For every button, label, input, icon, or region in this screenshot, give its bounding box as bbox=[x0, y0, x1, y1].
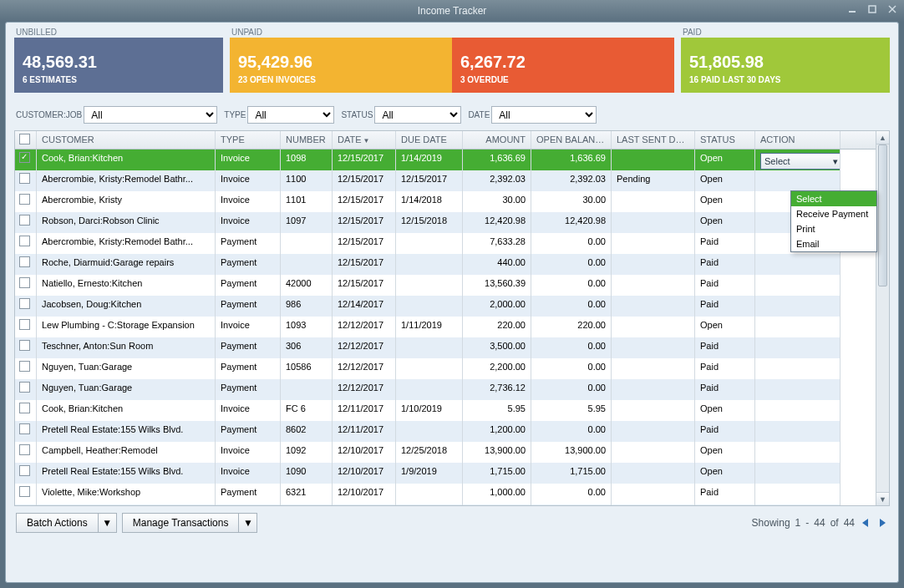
header-status[interactable]: STATUS bbox=[695, 131, 755, 149]
table-row[interactable]: Cook, Brian:KitchenInvoice109812/15/2017… bbox=[15, 150, 889, 170]
batch-actions-button[interactable]: Batch Actions bbox=[16, 513, 99, 533]
filter-date-select[interactable]: All bbox=[491, 106, 597, 124]
checkbox-icon[interactable] bbox=[19, 277, 30, 288]
table-row[interactable]: Robson, Darci:Robson ClinicInvoice109712… bbox=[15, 212, 889, 233]
cell-last-sent-date bbox=[612, 504, 695, 505]
row-checkbox[interactable] bbox=[15, 421, 37, 442]
filter-customer-select[interactable]: All bbox=[84, 106, 217, 124]
row-checkbox[interactable] bbox=[15, 504, 37, 505]
close-button[interactable] bbox=[884, 3, 901, 16]
header-date[interactable]: DATE▼ bbox=[333, 131, 396, 149]
row-checkbox[interactable] bbox=[15, 212, 37, 233]
table-row[interactable]: Natiello, Ernesto:KitchenPayment4200012/… bbox=[15, 275, 889, 296]
checkbox-icon[interactable] bbox=[19, 361, 30, 372]
row-checkbox[interactable] bbox=[15, 170, 37, 191]
summary-paid-card[interactable]: 51,805.98 16 PAID LAST 30 DAYS bbox=[681, 38, 890, 93]
row-checkbox[interactable] bbox=[15, 233, 37, 254]
header-last-sent-date[interactable]: LAST SENT DATE bbox=[612, 131, 695, 149]
row-checkbox[interactable] bbox=[15, 463, 37, 484]
header-action[interactable]: ACTION bbox=[755, 131, 841, 149]
scroll-up-icon[interactable]: ▲ bbox=[876, 131, 889, 144]
table-row[interactable]: Violette, Mike:WorkshopPayment632112/10/… bbox=[15, 484, 889, 504]
checkbox-icon[interactable] bbox=[19, 403, 30, 413]
action-menu-item-email[interactable]: Email bbox=[791, 236, 876, 251]
checkbox-icon[interactable] bbox=[19, 382, 30, 393]
table-row[interactable]: Campbell, Heather:RemodelInvoice109212/1… bbox=[15, 442, 889, 463]
header-due-date[interactable]: DUE DATE bbox=[396, 131, 463, 149]
row-checkbox[interactable] bbox=[15, 275, 37, 296]
summary-unpaid-card[interactable]: 95,429.96 23 OPEN INVOICES bbox=[230, 38, 452, 93]
table-row[interactable]: Abercrombie, KristyInvoice110112/15/2017… bbox=[15, 191, 889, 212]
checkbox-icon[interactable] bbox=[19, 215, 30, 226]
table-row[interactable]: Lew Plumbing - C:Storage ExpansionInvoic… bbox=[15, 317, 889, 337]
table-row[interactable]: Roche, Diarmuid:Garage repairsPayment12/… bbox=[15, 254, 889, 275]
row-checkbox[interactable] bbox=[15, 150, 37, 170]
cell-type: Sales Rec bbox=[216, 504, 281, 505]
table-row[interactable]: Keenan, Bridget:Sun RoomSales Rec300812/… bbox=[15, 504, 889, 505]
row-checkbox[interactable] bbox=[15, 191, 37, 212]
checkbox-icon[interactable] bbox=[19, 444, 30, 455]
table-row[interactable]: Pretell Real Estate:155 Wilks Blvd.Payme… bbox=[15, 421, 889, 442]
table-row[interactable]: Cook, Brian:KitchenInvoiceFC 612/11/2017… bbox=[15, 400, 889, 421]
checkbox-icon[interactable] bbox=[19, 340, 30, 351]
checkbox-icon[interactable] bbox=[19, 256, 30, 267]
maximize-button[interactable] bbox=[864, 3, 881, 16]
action-select-dropdown[interactable]: Select▾ bbox=[760, 153, 841, 170]
batch-actions-dropdown[interactable]: ▼ bbox=[99, 513, 117, 533]
summary-overdue-card[interactable]: 6,267.72 3 OVERDUE bbox=[452, 38, 674, 93]
header-number[interactable]: NUMBER bbox=[281, 131, 333, 149]
header-type[interactable]: TYPE bbox=[216, 131, 281, 149]
checkbox-icon[interactable] bbox=[19, 173, 30, 184]
filter-status-select[interactable]: All bbox=[374, 106, 461, 124]
action-menu-item-print[interactable]: Print bbox=[791, 221, 876, 236]
header-checkbox[interactable] bbox=[15, 131, 37, 149]
row-checkbox[interactable] bbox=[15, 379, 37, 400]
minimize-button[interactable] bbox=[844, 3, 861, 16]
checkbox-icon[interactable] bbox=[19, 486, 30, 497]
vertical-scrollbar[interactable]: ▲ ▼ bbox=[876, 131, 889, 505]
header-open-balance[interactable]: OPEN BALANCE bbox=[531, 131, 612, 149]
table-row[interactable]: Teschner, Anton:Sun RoomPayment30612/12/… bbox=[15, 337, 889, 358]
filter-type-select[interactable]: All bbox=[247, 106, 334, 124]
row-checkbox[interactable] bbox=[15, 484, 37, 504]
checkbox-icon[interactable] bbox=[19, 465, 30, 476]
checkbox-icon[interactable] bbox=[19, 319, 30, 330]
batch-actions-split-button: Batch Actions ▼ bbox=[16, 513, 117, 533]
manage-transactions-dropdown[interactable]: ▼ bbox=[239, 513, 257, 533]
table-row[interactable]: Abercrombie, Kristy:Remodel Bathr...Invo… bbox=[15, 170, 889, 191]
header-amount[interactable]: AMOUNT bbox=[463, 131, 531, 149]
cell-open-balance: 1,636.69 bbox=[531, 150, 612, 170]
row-checkbox[interactable] bbox=[15, 317, 37, 337]
table-row[interactable]: Abercrombie, Kristy:Remodel Bathr...Paym… bbox=[15, 233, 889, 254]
table-row[interactable]: Nguyen, Tuan:GaragePayment1058612/12/201… bbox=[15, 358, 889, 379]
row-checkbox[interactable] bbox=[15, 358, 37, 379]
action-menu-item-receive-payment[interactable]: Receive Payment bbox=[791, 206, 876, 221]
checkbox-icon[interactable] bbox=[19, 152, 30, 163]
table-row[interactable]: Jacobsen, Doug:KitchenPayment98612/14/20… bbox=[15, 296, 889, 317]
table-row[interactable]: Nguyen, Tuan:GaragePayment12/12/20172,73… bbox=[15, 379, 889, 400]
cell-type: Payment bbox=[216, 254, 281, 275]
cell-due-date bbox=[396, 296, 463, 317]
row-checkbox[interactable] bbox=[15, 296, 37, 317]
row-checkbox[interactable] bbox=[15, 254, 37, 275]
page-next-icon[interactable] bbox=[876, 517, 888, 529]
row-checkbox[interactable] bbox=[15, 337, 37, 358]
page-prev-icon[interactable] bbox=[860, 517, 871, 529]
action-menu-item-select[interactable]: Select bbox=[791, 191, 876, 206]
row-checkbox[interactable] bbox=[15, 442, 37, 463]
cell-status: Paid bbox=[695, 275, 755, 296]
scroll-thumb[interactable] bbox=[878, 144, 887, 286]
row-checkbox[interactable] bbox=[15, 400, 37, 421]
cell-number: 1090 bbox=[281, 463, 333, 484]
scroll-down-icon[interactable]: ▼ bbox=[876, 492, 889, 505]
summary-unbilled-card[interactable]: 48,569.31 6 ESTIMATES bbox=[14, 38, 223, 93]
checkbox-icon[interactable] bbox=[19, 236, 30, 246]
checkbox-icon[interactable] bbox=[19, 423, 30, 434]
table-row[interactable]: Pretell Real Estate:155 Wilks Blvd.Invoi… bbox=[15, 463, 889, 484]
checkbox-icon[interactable] bbox=[19, 298, 30, 309]
manage-transactions-button[interactable]: Manage Transactions bbox=[122, 513, 240, 533]
header-customer[interactable]: CUSTOMER bbox=[37, 131, 216, 149]
cell-date: 12/10/2017 bbox=[333, 463, 396, 484]
checkbox-icon[interactable] bbox=[19, 194, 30, 205]
cell-type: Invoice bbox=[216, 191, 281, 212]
